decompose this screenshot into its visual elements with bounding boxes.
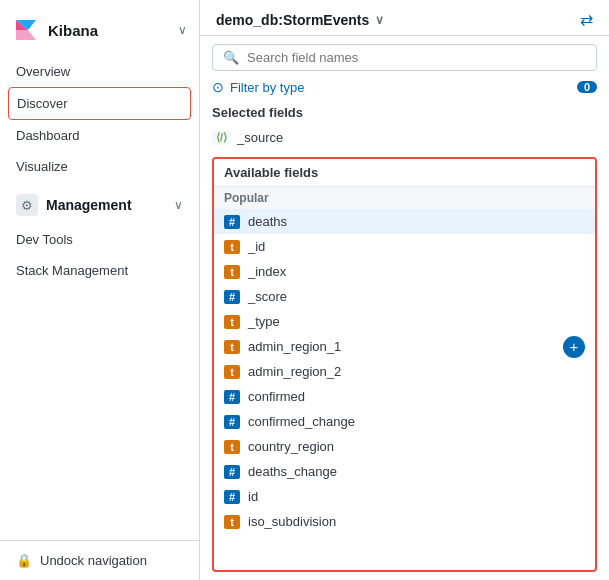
sidebar-item-stackmanagement[interactable]: Stack Management: [0, 255, 199, 286]
field-name: deaths_change: [248, 464, 337, 479]
field-type-badge: #: [224, 215, 240, 229]
sidebar-item-overview[interactable]: Overview: [0, 56, 199, 87]
available-fields-box: Available fields Popular #deathst_idt_in…: [212, 157, 597, 572]
filter-label: Filter by type: [230, 80, 304, 95]
sidebar-nav: Overview Discover Dashboard Visualize ⚙ …: [0, 56, 199, 286]
field-type-badge: #: [224, 490, 240, 504]
sidebar-item-visualize[interactable]: Visualize: [0, 151, 199, 182]
search-box: 🔍: [212, 44, 597, 71]
filter-count-badge: 0: [577, 81, 597, 93]
field-name: _id: [248, 239, 265, 254]
field-type-badge: t: [224, 340, 240, 354]
field-item[interactable]: #confirmed_change: [214, 409, 595, 434]
field-type-badge: t: [224, 265, 240, 279]
field-item[interactable]: t_index: [214, 259, 595, 284]
field-item[interactable]: #confirmed: [214, 384, 595, 409]
field-name: deaths: [248, 214, 287, 229]
refresh-icon[interactable]: ⇄: [580, 10, 593, 29]
undock-label: Undock navigation: [40, 553, 147, 568]
field-item[interactable]: t_type: [214, 309, 595, 334]
selected-fields-title: Selected fields: [212, 105, 597, 120]
field-name: admin_region_2: [248, 364, 341, 379]
sidebar-logo: Kibana ∨: [0, 8, 199, 56]
logo-area: Kibana: [12, 16, 98, 44]
source-field-name: _source: [237, 130, 283, 145]
selected-field-source: ⟨/⟩ _source: [212, 126, 597, 149]
sidebar-collapse-icon[interactable]: ∨: [178, 23, 187, 37]
field-name: _score: [248, 289, 287, 304]
db-name: demo_db:StormEvents: [216, 12, 369, 28]
field-item[interactable]: #id: [214, 484, 595, 509]
field-type-badge: t: [224, 365, 240, 379]
filter-by-type-button[interactable]: ⊙ Filter by type: [212, 79, 304, 95]
popular-label: Popular: [214, 187, 595, 209]
lock-icon: 🔒: [16, 553, 32, 568]
field-item[interactable]: #deaths: [214, 209, 595, 234]
sidebar: Kibana ∨ Overview Discover Dashboard Vis…: [0, 0, 200, 580]
field-type-badge: #: [224, 415, 240, 429]
field-type-badge: t: [224, 315, 240, 329]
db-chevron-icon: ∨: [375, 13, 384, 27]
filter-icon: ⊙: [212, 79, 224, 95]
field-type-badge: t: [224, 515, 240, 529]
undock-navigation-button[interactable]: 🔒 Undock navigation: [0, 540, 199, 580]
management-section-header: ⚙ Management ∨: [0, 182, 199, 224]
field-name: _index: [248, 264, 286, 279]
available-fields-title: Available fields: [214, 159, 595, 187]
field-item[interactable]: tcountry_region: [214, 434, 595, 459]
field-items-container: #deathst_idt_index#_scoret_typetadmin_re…: [214, 209, 595, 534]
field-type-badge: #: [224, 390, 240, 404]
fields-panel: 🔍 ⊙ Filter by type 0 Selected fields ⟨/⟩…: [200, 36, 609, 580]
field-item[interactable]: t_id: [214, 234, 595, 259]
sidebar-item-dashboard[interactable]: Dashboard: [0, 120, 199, 151]
field-name: iso_subdivision: [248, 514, 336, 529]
field-name: confirmed: [248, 389, 305, 404]
field-name: confirmed_change: [248, 414, 355, 429]
main-content: demo_db:StormEvents ∨ ⇄ 🔍 ⊙ Filter by ty…: [200, 0, 609, 580]
field-item[interactable]: #deaths_change: [214, 459, 595, 484]
source-type-icon: ⟨/⟩: [212, 130, 231, 145]
field-name: country_region: [248, 439, 334, 454]
field-name: id: [248, 489, 258, 504]
field-type-badge: #: [224, 465, 240, 479]
management-chevron-icon[interactable]: ∨: [174, 198, 183, 212]
field-item[interactable]: #_score: [214, 284, 595, 309]
app-title: Kibana: [48, 22, 98, 39]
field-type-badge: t: [224, 440, 240, 454]
search-icon: 🔍: [223, 50, 239, 65]
field-type-badge: t: [224, 240, 240, 254]
filter-row: ⊙ Filter by type 0: [212, 79, 597, 95]
available-fields-list: Popular #deathst_idt_index#_scoret_typet…: [214, 187, 595, 570]
kibana-logo-icon: [12, 16, 40, 44]
field-item[interactable]: tadmin_region_1+: [214, 334, 595, 359]
db-selector[interactable]: demo_db:StormEvents ∨: [216, 12, 384, 28]
field-item[interactable]: tadmin_region_2: [214, 359, 595, 384]
field-item[interactable]: tiso_subdivision: [214, 509, 595, 534]
gear-icon: ⚙: [16, 194, 38, 216]
search-input[interactable]: [247, 50, 586, 65]
management-label: Management: [46, 197, 132, 213]
main-header: demo_db:StormEvents ∨ ⇄: [200, 0, 609, 36]
field-name: _type: [248, 314, 280, 329]
field-name: admin_region_1: [248, 339, 341, 354]
sidebar-item-discover[interactable]: Discover: [8, 87, 191, 120]
add-field-button[interactable]: +: [563, 336, 585, 358]
field-type-badge: #: [224, 290, 240, 304]
sidebar-item-devtools[interactable]: Dev Tools: [0, 224, 199, 255]
